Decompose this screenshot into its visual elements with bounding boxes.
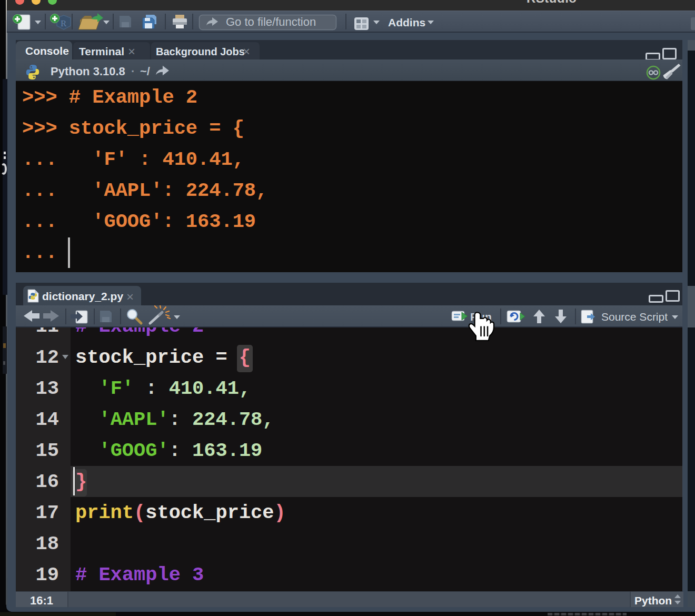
svg-text:Source Script: Source Script	[601, 311, 668, 323]
svg-text:Go to file/function: Go to file/function	[226, 15, 316, 28]
svg-text:Addins: Addins	[388, 16, 425, 28]
svg-text:R: R	[61, 18, 67, 28]
